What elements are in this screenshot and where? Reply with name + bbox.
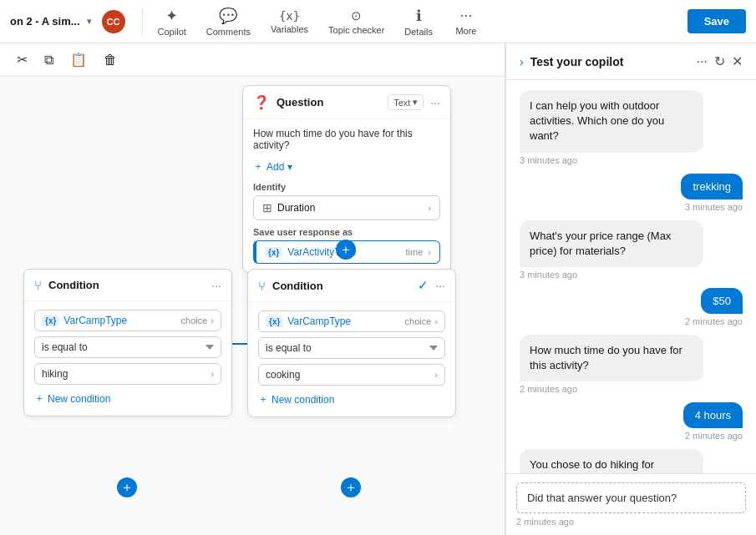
condition-right-var-name: VarCampType <box>287 315 404 327</box>
test-panel-header: › Test your copilot ··· ↻ ✕ <box>506 43 756 80</box>
avatar: CC <box>102 10 125 33</box>
condition-left-value-row[interactable]: hiking › <box>34 363 221 385</box>
delete-button[interactable]: 🗑 <box>100 51 120 69</box>
bot-message-2: What's your price range (Max price) for … <box>520 220 703 280</box>
question-node-title: Question <box>277 96 381 109</box>
condition-left-var-type: choice <box>181 315 208 326</box>
condition-right-body: {x} VarCampType choice › is equal to coo… <box>248 302 455 416</box>
save-button[interactable]: Save <box>688 9 746 33</box>
plus-icon: ＋ <box>258 392 268 406</box>
condition-left-menu-button[interactable]: ··· <box>211 279 221 292</box>
user-message-3-time: 2 minutes ago <box>685 431 743 441</box>
expand-icon: › <box>520 55 524 68</box>
topic-checker-icon: ⊙ <box>351 8 362 23</box>
condition-right-value: cooking <box>266 369 434 381</box>
condition-left-operator-select[interactable]: is equal to <box>34 336 221 358</box>
entity-chevron-icon: › <box>428 203 431 213</box>
variables-button[interactable]: {x} Variables <box>262 6 317 38</box>
bottom-plus-left-connector[interactable]: ＋ <box>117 477 137 497</box>
condition-left-var-chevron-icon: › <box>211 315 214 326</box>
question-node-header: ❓ Question Text ▾ ··· <box>243 86 450 119</box>
user-bubble-2: $50 <box>701 288 743 314</box>
plus-icon: ＋ <box>34 391 44 406</box>
condition-right-value-row[interactable]: cooking › <box>258 364 445 386</box>
test-more-button[interactable]: ··· <box>697 53 708 69</box>
plus-icon: ＋ <box>253 159 263 174</box>
condition-right-icon: ⑂ <box>258 279 266 293</box>
condition-left-add-button[interactable]: ＋ New condition <box>34 390 110 407</box>
edit-toolbar: ✂ ⧉ 📋 🗑 <box>0 43 505 77</box>
test-input-box[interactable]: Did that answer your question? <box>516 482 746 513</box>
var-badge: {x} <box>265 247 282 258</box>
details-icon: ℹ <box>416 7 422 25</box>
condition-right-header: ⑂ Condition ✓ ··· <box>248 270 455 302</box>
condition-node-right: ⑂ Condition ✓ ··· {x} VarCampType choice… <box>247 269 456 417</box>
more-icon: ··· <box>459 7 472 24</box>
top-plus-connector[interactable]: ＋ <box>336 240 356 260</box>
user-bubble-3: 4 hours <box>683 402 743 428</box>
copilot-icon: ✦ <box>165 7 178 25</box>
bottom-plus-right-connector[interactable]: ＋ <box>341 477 361 497</box>
user-message-3: 4 hours 2 minutes ago <box>683 402 743 441</box>
condition-right-operator-select[interactable]: is equal to <box>258 337 445 359</box>
question-node-menu-button[interactable]: ··· <box>430 96 440 109</box>
bot-bubble-2: What's your price range (Max price) for … <box>520 220 703 267</box>
var-chevron-icon: › <box>428 247 431 257</box>
var-type: time <box>406 247 424 257</box>
question-icon: ❓ <box>253 94 270 110</box>
title-chevron-icon[interactable]: ▾ <box>87 16 92 27</box>
user-message-1-time: 3 minutes ago <box>685 202 743 212</box>
bot-bubble-3: How much time do you have for this activ… <box>520 335 703 381</box>
duration-icon: ⊞ <box>262 201 272 215</box>
comments-button[interactable]: 💬 Comments <box>198 3 259 40</box>
entity-label: Duration <box>277 202 428 214</box>
condition-left-value: hiking <box>42 368 211 380</box>
bot-message-3: How much time do you have for this activ… <box>520 335 703 394</box>
user-message-1: trekking 3 minutes ago <box>681 174 743 212</box>
condition-right-value-chevron-icon: › <box>434 370 438 380</box>
canvas-content: ❓ Question Text ▾ ··· How much time do y… <box>0 77 505 532</box>
separator <box>142 8 143 35</box>
condition-left-value-chevron-icon: › <box>211 369 214 379</box>
condition-right-var-type: choice <box>405 316 432 326</box>
canvas: ✂ ⧉ 📋 🗑 <box>0 43 505 535</box>
test-panel: › Test your copilot ··· ↻ ✕ I can help y… <box>505 43 756 535</box>
more-button[interactable]: ··· More <box>444 3 488 39</box>
variables-icon: {x} <box>279 9 300 23</box>
copilot-button[interactable]: ✦ Copilot <box>150 3 195 40</box>
test-close-button[interactable]: ✕ <box>732 53 743 69</box>
condition-right-var-chevron-icon: › <box>434 316 438 326</box>
bot-bubble-4: You chose to do hiking for 04:00:00 and … <box>520 449 703 473</box>
input-text: Did that answer your question? <box>527 492 735 504</box>
condition-right-title: Condition <box>272 280 411 292</box>
condition-right-add-button[interactable]: ＋ New condition <box>258 391 334 408</box>
question-text: How much time do you have for this activ… <box>253 128 440 151</box>
bot-message-1-time: 3 minutes ago <box>520 155 703 165</box>
topic-checker-button[interactable]: ⊙ Topic checker <box>320 5 393 38</box>
test-refresh-button[interactable]: ↻ <box>714 53 725 69</box>
bot-message-3-time: 2 minutes ago <box>520 384 703 394</box>
condition-left-var-row[interactable]: {x} VarCampType choice › <box>34 310 221 331</box>
add-button[interactable]: ＋ Add ▾ <box>253 158 292 175</box>
condition-right-menu-button[interactable]: ··· <box>435 279 445 292</box>
copy-button[interactable]: ⧉ <box>41 51 57 69</box>
comments-icon: 💬 <box>219 7 237 25</box>
condition-left-var-badge: {x} <box>42 315 59 326</box>
condition-right-var-badge: {x} <box>266 316 283 327</box>
condition-left-var-name: VarCampType <box>63 315 180 326</box>
condition-left-title: Condition <box>48 279 205 291</box>
condition-left-icon: ⑂ <box>34 278 42 292</box>
entity-row[interactable]: ⊞ Duration › <box>253 195 440 220</box>
user-message-2-time: 2 minutes ago <box>685 316 743 326</box>
bot-bubble-1: I can help you with outdoor activities. … <box>520 90 703 153</box>
save-response-label: Save user response as <box>253 227 440 237</box>
main-area: ✂ ⧉ 📋 🗑 <box>0 43 756 535</box>
question-type-badge[interactable]: Text ▾ <box>388 94 424 110</box>
condition-right-var-row[interactable]: {x} VarCampType choice › <box>258 310 445 332</box>
type-chevron-icon: ▾ <box>413 97 418 108</box>
condition-node-left: ⑂ Condition ··· {x} VarCampType choice ›… <box>23 269 232 416</box>
paste-button[interactable]: 📋 <box>67 50 90 69</box>
details-button[interactable]: ℹ Details <box>396 3 441 40</box>
input-time: 2 minutes ago <box>516 517 746 527</box>
cut-button[interactable]: ✂ <box>13 50 31 69</box>
